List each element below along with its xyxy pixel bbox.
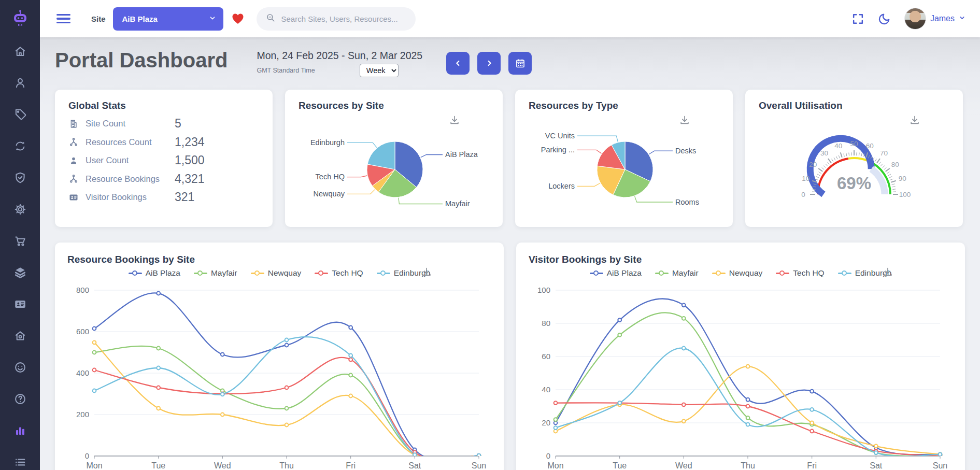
svg-text:Sun: Sun xyxy=(472,461,486,470)
stat-row: Resource Bookings4,321 xyxy=(68,170,259,189)
sidebar-item-shield-check-icon[interactable] xyxy=(13,171,27,184)
svg-text:Tech HQ: Tech HQ xyxy=(316,173,345,181)
hamburger-menu-icon[interactable] xyxy=(55,12,72,26)
sidebar-item-list-icon[interactable] xyxy=(13,455,27,469)
resources-by-site-card: Resources by Site AiB PlazaMayfairNewqua… xyxy=(285,90,503,227)
svg-text:20: 20 xyxy=(542,418,550,427)
global-stats-card: Global Stats Site Count5Resources Count1… xyxy=(55,90,273,227)
sidebar-item-smiley-icon[interactable] xyxy=(13,361,27,374)
svg-text:Sat: Sat xyxy=(408,461,421,470)
download-icon[interactable] xyxy=(679,115,690,126)
legend-marker xyxy=(776,270,789,276)
resources-by-type-card: Resources by Type DesksRoomsLockersParki… xyxy=(515,90,733,227)
overall-utilisation-card: Overall Utilisation 01020304050607080901… xyxy=(745,90,963,227)
legend-item[interactable]: Newquay xyxy=(712,268,763,278)
legend-item[interactable]: Mayfair xyxy=(655,268,699,278)
svg-text:60: 60 xyxy=(865,142,873,150)
legend-item[interactable]: Mayfair xyxy=(194,268,237,278)
legend-marker xyxy=(251,270,264,276)
sidebar-item-layers-icon[interactable] xyxy=(13,266,27,279)
search-bar[interactable] xyxy=(257,7,416,31)
resources-icon xyxy=(68,174,79,184)
svg-text:800: 800 xyxy=(76,286,89,294)
resource-bookings-line-chart[interactable]: MonTueWedThuFriSatSun0200400600800 xyxy=(67,282,491,470)
stat-row: Visitor Bookings321 xyxy=(68,188,259,207)
sidebar-item-cart-icon[interactable] xyxy=(13,234,27,248)
legend-item[interactable]: Tech HQ xyxy=(315,268,363,278)
legend-item[interactable]: Tech HQ xyxy=(776,268,824,278)
svg-text:100: 100 xyxy=(537,286,550,294)
legend-item[interactable]: AiB Plaza xyxy=(590,268,642,278)
svg-text:Wed: Wed xyxy=(675,461,692,470)
stat-label: Resource Bookings xyxy=(86,174,175,184)
download-icon[interactable] xyxy=(449,115,460,126)
stat-value: 321 xyxy=(175,190,194,204)
svg-text:Tue: Tue xyxy=(151,461,165,470)
sidebar-item-id-card-icon[interactable] xyxy=(13,297,27,311)
svg-text:69%: 69% xyxy=(836,174,871,193)
legend-label: Tech HQ xyxy=(332,268,363,278)
stat-row: Site Count5 xyxy=(68,115,259,133)
fullscreen-icon[interactable] xyxy=(851,12,864,25)
legend-item[interactable]: AiB Plaza xyxy=(129,268,180,278)
svg-text:60: 60 xyxy=(542,352,550,361)
visitor-bookings-line-chart[interactable]: MonTueWedThuFriSatSun020406080100 xyxy=(529,282,953,470)
card-title: Resource Bookings by Site xyxy=(67,254,491,265)
svg-text:Fri: Fri xyxy=(807,461,817,470)
stat-label: Resources Count xyxy=(86,137,175,147)
sidebar-item-gear-icon[interactable] xyxy=(13,203,27,216)
legend-label: Tech HQ xyxy=(793,268,824,278)
dark-mode-moon-icon[interactable] xyxy=(878,12,891,25)
user-filled-icon xyxy=(68,155,79,166)
robot-logo-icon[interactable] xyxy=(0,0,40,37)
svg-text:Sun: Sun xyxy=(933,461,947,470)
svg-text:Newquay: Newquay xyxy=(314,190,345,198)
card-title: Resources by Site xyxy=(299,100,489,111)
svg-text:Thu: Thu xyxy=(741,461,755,470)
svg-text:50: 50 xyxy=(850,140,858,148)
legend-item[interactable]: Newquay xyxy=(251,268,302,278)
site-selector-dropdown[interactable]: AiB Plaza xyxy=(113,7,223,31)
svg-text:Thu: Thu xyxy=(279,461,294,470)
card-title: Visitor Bookings by Site xyxy=(529,254,953,265)
svg-text:Parking ...: Parking ... xyxy=(541,146,575,154)
search-input[interactable] xyxy=(280,14,406,24)
sidebar-item-home-icon[interactable] xyxy=(13,45,27,58)
sidebar-item-bar-chart-icon[interactable] xyxy=(13,424,27,437)
svg-text:10: 10 xyxy=(802,175,809,182)
download-icon[interactable] xyxy=(421,266,432,278)
calendar-button[interactable] xyxy=(508,52,532,75)
svg-text:Sat: Sat xyxy=(870,461,883,470)
legend-marker xyxy=(655,270,669,276)
next-week-button[interactable] xyxy=(477,52,501,75)
timezone-label: GMT Standard Time xyxy=(257,67,315,74)
favorite-heart-icon[interactable] xyxy=(232,13,244,24)
legend-marker xyxy=(194,270,207,276)
sidebar xyxy=(0,0,40,470)
legend-label: Mayfair xyxy=(672,268,699,278)
sidebar-item-sync-icon[interactable] xyxy=(13,139,27,153)
sidebar-item-user-icon[interactable] xyxy=(13,76,27,90)
download-icon[interactable] xyxy=(909,115,920,126)
sidebar-item-smart-home-icon[interactable] xyxy=(13,329,27,343)
overall-utilisation-gauge[interactable]: 010203040506070809010069% xyxy=(759,113,949,223)
user-menu[interactable]: James xyxy=(904,8,965,30)
svg-text:Mon: Mon xyxy=(547,461,563,470)
legend-label: AiB Plaza xyxy=(146,268,180,278)
period-select[interactable]: Week xyxy=(360,64,399,77)
sidebar-item-tag-icon[interactable] xyxy=(13,108,27,121)
prev-week-button[interactable] xyxy=(446,52,470,75)
resources-by-type-pie-chart[interactable]: DesksRoomsLockersParking ...VC Units xyxy=(529,113,719,223)
stat-row: User Count1,500 xyxy=(68,151,259,170)
chevron-down-icon xyxy=(959,14,965,23)
svg-text:Mayfair: Mayfair xyxy=(445,200,470,208)
download-icon[interactable] xyxy=(882,266,893,278)
svg-text:0: 0 xyxy=(801,191,805,198)
legend-marker xyxy=(129,270,142,276)
sidebar-item-help-icon[interactable] xyxy=(13,392,27,406)
resources-by-site-pie-chart[interactable]: AiB PlazaMayfairNewquayTech HQEdinburgh xyxy=(299,113,489,223)
stat-value: 5 xyxy=(175,117,181,131)
svg-text:Rooms: Rooms xyxy=(675,198,699,206)
svg-text:80: 80 xyxy=(542,319,550,327)
svg-text:40: 40 xyxy=(542,385,550,394)
